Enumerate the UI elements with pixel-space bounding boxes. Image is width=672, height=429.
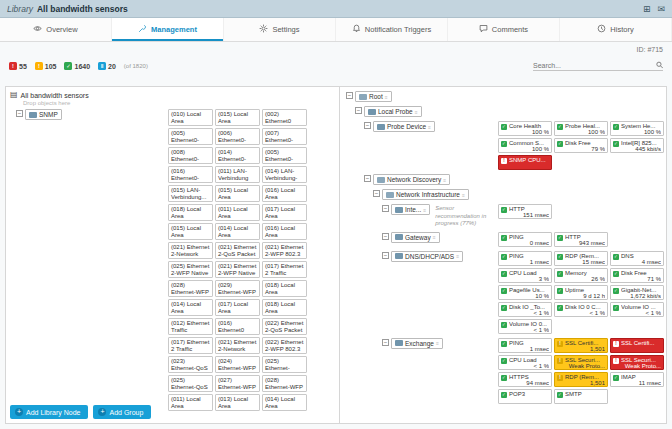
sensor-box-rdp-rem[interactable]: ✓RDP (Rem...15 msec — [554, 251, 608, 266]
linked-sensor-cell[interactable]: (025) Ethernet 2-WFP Native — [168, 261, 213, 278]
sensor-box-intel-r-825[interactable]: ✓Intel[R] 825...445 kbit/s — [610, 138, 664, 153]
sensor-box-ssl-securi[interactable]: !SSL Securi...Weak Proto... — [554, 355, 608, 370]
linked-sensor-cell[interactable]: (025) Ethernet-Network — [262, 356, 307, 373]
linked-sensor-cell[interactable]: (014) Local Area — [215, 223, 260, 240]
object-label-network-discovery[interactable]: Network Discovery≡ — [373, 174, 450, 185]
linked-sensor-cell[interactable]: (014) Local Area — [262, 394, 307, 411]
collapse-toggle[interactable]: − — [346, 92, 353, 99]
collapse-toggle[interactable]: − — [373, 190, 380, 197]
search-icon[interactable] — [656, 61, 663, 69]
object-label-dns-dhcp-ads[interactable]: DNS/DHCP/ADS≡ — [391, 251, 463, 262]
linked-sensor-cell[interactable]: (016) Ethernet0-WFP 802.3 — [168, 166, 213, 183]
sensor-box-ping[interactable]: ✓PING1 msec — [498, 251, 552, 266]
sensor-box-cpu-load[interactable]: ✓CPU Load< 1 % — [498, 355, 552, 370]
collapse-toggle[interactable]: − — [16, 110, 23, 117]
sensor-box-ssl-certifi[interactable]: !SSL Certifi...1,501 — [554, 338, 608, 353]
object-menu-icon[interactable]: ≡ — [385, 94, 388, 100]
object-menu-icon[interactable]: ≡ — [456, 253, 459, 259]
collapse-toggle[interactable]: − — [382, 339, 389, 346]
linked-sensor-cell[interactable]: (011) Local Area — [215, 204, 260, 221]
sensor-box-gigabit-net[interactable]: ✓Gigabit-Net...1,672 kbit/s — [610, 285, 664, 300]
search-input[interactable] — [533, 62, 653, 69]
linked-sensor-cell[interactable]: (028) Ethernet-WFP 802.3 — [262, 375, 307, 392]
sensor-box-system-he[interactable]: ✓System He...100 % — [610, 121, 664, 136]
linked-sensor-cell[interactable]: (017) Local Area — [215, 299, 260, 316]
object-menu-icon[interactable]: ≡ — [436, 340, 439, 346]
collapse-toggle[interactable]: − — [382, 252, 389, 259]
linked-sensor-cell[interactable]: (006) Ethernet0-WFP Native — [215, 128, 260, 145]
object-menu-icon[interactable]: ≡ — [443, 177, 446, 183]
linked-sensor-cell[interactable]: (005) Ethernet0-WFP 802.3 — [262, 147, 307, 164]
status-error[interactable]: !55 — [9, 62, 27, 70]
linked-sensor-cell[interactable]: (017) Local Area — [262, 204, 307, 221]
sensor-box-http[interactable]: ✓HTTP151 msec — [498, 204, 552, 219]
linked-sensor-cell[interactable]: (021) Ethernet 2-Network — [168, 242, 213, 259]
object-label-inte[interactable]: Inte...≡ — [391, 204, 430, 215]
linked-sensor-cell[interactable]: (015) Local Area — [168, 223, 213, 240]
library-node-snmp[interactable]: − SNMP — [10, 109, 160, 411]
linked-sensor-cell[interactable]: (029) Ethernet-WFP Native — [215, 280, 260, 297]
sensor-box-cpu-load[interactable]: ✓CPU Load3 % — [498, 268, 552, 283]
status-ok[interactable]: ✓1640 — [64, 62, 90, 70]
add-group-button[interactable]: + Add Group — [93, 405, 151, 419]
linked-sensor-cell[interactable]: (018) Local Area — [262, 280, 307, 297]
tab-notification-triggers[interactable]: Notification Triggers — [336, 18, 448, 41]
linked-sensor-cell[interactable]: (017) Ethernet 2 Traffic — [262, 261, 307, 278]
sensor-box-pop3[interactable]: ✓POP3 — [498, 389, 552, 404]
linked-sensor-cell[interactable]: (002) Ethernet0 Traffic — [262, 109, 307, 126]
linked-sensor-cell[interactable]: (014) LAN-Verbindung-QoS — [262, 166, 307, 183]
linked-sensor-cell[interactable]: (014) Ethernet0-WFP Native — [215, 147, 260, 164]
library-root-node[interactable]: ▤ All bandwidth sensors — [10, 91, 335, 99]
linked-sensor-cell[interactable]: (021) Ethernet 2-WFP 802.3 — [262, 242, 307, 259]
collapse-toggle[interactable]: − — [382, 205, 389, 212]
linked-sensor-cell[interactable]: (022) Ethernet 2-WFP 802.3 — [262, 337, 307, 354]
object-menu-icon[interactable]: ≡ — [428, 124, 431, 130]
sensor-box-common-s[interactable]: ✓Common S...100 % — [498, 138, 552, 153]
linked-sensor-cell[interactable]: (016) Local Area — [262, 223, 307, 240]
linked-sensor-cell[interactable]: (021) Ethernet 2-QoS Packet — [215, 242, 260, 259]
linked-sensor-cell[interactable]: (015) Local Area — [215, 109, 260, 126]
object-menu-icon[interactable]: ≡ — [462, 192, 465, 198]
sensor-box-disk-free[interactable]: ✓Disk Free71 % — [610, 268, 664, 283]
object-label-gateway[interactable]: Gateway≡ — [391, 232, 440, 243]
linked-sensor-cell[interactable]: (016) Ethernet0 Traffic — [215, 318, 260, 335]
sensor-box-disk-free[interactable]: ✓Disk Free79 % — [554, 138, 608, 153]
status-paused[interactable]: ‖20 — [98, 62, 116, 70]
linked-sensor-cell[interactable]: (010) Local Area — [168, 109, 213, 126]
sensor-box-pagefile-us[interactable]: ✓Pagefile Us...10 % — [498, 285, 552, 300]
object-label-local-probe[interactable]: Local Probe≡ — [364, 106, 422, 117]
sensor-box-core-health[interactable]: ✓Core Health100 % — [498, 121, 552, 136]
linked-sensor-cell[interactable]: (017) Ethernet 2 Traffic — [168, 337, 213, 354]
tab-overview[interactable]: Overview — [0, 18, 112, 41]
tab-history[interactable]: History — [560, 18, 672, 41]
linked-sensor-cell[interactable]: (012) Ethernet Traffic — [168, 318, 213, 335]
linked-sensor-cell[interactable]: (018) Local Area — [168, 204, 213, 221]
tab-management[interactable]: Management — [112, 18, 224, 41]
linked-sensor-cell[interactable]: (014) Local Area — [168, 299, 213, 316]
sensor-box-snmp-cpu[interactable]: !SNMP CPU... — [498, 155, 552, 170]
linked-sensor-cell[interactable]: (028) Ethernet-WFP 802.3 — [168, 280, 213, 297]
linked-sensor-cell[interactable]: (021) Ethernet 2-WFP Native — [215, 261, 260, 278]
object-menu-icon[interactable]: ≡ — [423, 207, 426, 213]
collapse-toggle[interactable]: − — [355, 107, 362, 114]
status-warning[interactable]: !105 — [35, 62, 57, 70]
sensor-box-http[interactable]: ✓HTTP943 msec — [554, 232, 608, 247]
sensor-box-ssl-certifi[interactable]: !SSL Certifi... — [610, 338, 664, 353]
linked-sensor-cell[interactable]: (016) Local Area — [262, 185, 307, 202]
linked-sensor-cell[interactable]: (007) Ethernet0-WFP 802.3 — [262, 128, 307, 145]
sensor-box-disk-io-to[interactable]: ✓Disk IO _To...< 1 % — [498, 302, 552, 317]
linked-sensor-cell[interactable]: (005) Ethernet0-WFP Native — [168, 128, 213, 145]
sensor-box-disk-io-0-c[interactable]: ✓Disk IO 0 C...< 1 % — [554, 302, 608, 317]
linked-sensor-cell[interactable]: (008) Ethernet0-Traffic — [168, 147, 213, 164]
add-library-node-button[interactable]: + Add Library Node — [10, 405, 88, 419]
object-label-network-infrastructure[interactable]: Network Infrastructure≡ — [382, 189, 469, 200]
linked-sensor-cell[interactable]: (013) Local Area — [215, 394, 260, 411]
tab-settings[interactable]: Settings — [224, 18, 336, 41]
object-menu-icon[interactable]: ≡ — [415, 109, 418, 115]
object-label-probe-device[interactable]: Probe Device≡ — [373, 121, 435, 132]
collapse-toggle[interactable]: − — [382, 233, 389, 240]
search-box[interactable] — [533, 61, 663, 71]
sensor-box-ssl-securi[interactable]: !SSL Securi...Weak Proto... — [610, 355, 664, 370]
linked-sensor-cell[interactable]: (015) Local Area — [215, 185, 260, 202]
sensor-box-memory[interactable]: ✓Memory26 % — [554, 268, 608, 283]
